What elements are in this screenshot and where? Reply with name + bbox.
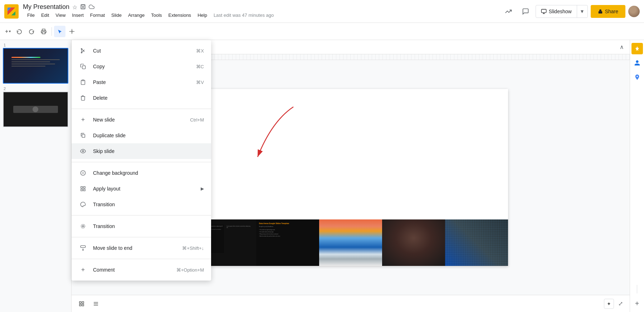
ctx-change-theme[interactable]: Transition — [72, 197, 211, 212]
ctx-move-slide-shortcut: ⌘+Shift+↓ — [182, 246, 204, 251]
zoom-controls: ✦ ⤢ — [604, 299, 625, 309]
redo-button[interactable] — [26, 26, 37, 37]
add-button[interactable]: + ▾ — [3, 26, 13, 37]
svg-rect-8 — [82, 66, 86, 69]
slide-upper-area — [193, 89, 508, 219]
ctx-divider-5 — [72, 259, 211, 259]
svg-point-29 — [636, 76, 638, 77]
menu-bar: File Edit View Insert Format Slide Arran… — [24, 11, 274, 19]
move-slide-icon — [79, 244, 87, 252]
people-btn[interactable] — [631, 57, 643, 69]
svg-point-18 — [82, 226, 84, 227]
ctx-comment[interactable]: + Comment ⌘+Option+M — [72, 262, 211, 278]
ctx-duplicate-label: Duplicate slide — [93, 133, 204, 138]
svg-rect-23 — [82, 302, 84, 303]
svg-rect-9 — [82, 80, 84, 81]
ctx-comment-label: Comment — [93, 267, 176, 273]
menu-view[interactable]: View — [53, 11, 68, 19]
ctx-change-bg-label: Change background — [93, 170, 204, 176]
ctx-new-slide-label: New slide — [93, 117, 190, 123]
slide-thumb-2[interactable]: 2 — [3, 86, 68, 127]
right-panel: + — [630, 40, 644, 312]
menu-insert[interactable]: Insert — [69, 11, 87, 19]
ctx-move-slide[interactable]: Move slide to end ⌘+Shift+↓ — [72, 240, 211, 256]
menu-edit[interactable]: Edit — [38, 11, 52, 19]
slideshow-main-btn[interactable]: Slideshow — [536, 5, 577, 18]
menu-extensions[interactable]: Extensions — [166, 11, 194, 19]
svg-rect-17 — [83, 189, 85, 191]
select-tool[interactable] — [66, 26, 78, 37]
title-section: My Presentation ☆ File Edit View Insert … — [23, 3, 274, 19]
smart-note-btn[interactable] — [631, 43, 643, 54]
bottom-bar: ✦ ⤢ — [72, 295, 630, 312]
ctx-divider-2 — [72, 162, 211, 162]
user-avatar[interactable] — [628, 6, 640, 17]
slideshow-dropdown-btn[interactable]: ▾ — [577, 5, 587, 18]
comment-icon-btn[interactable] — [518, 4, 533, 19]
comment-icon: + — [79, 266, 87, 274]
save-icon[interactable] — [80, 4, 86, 11]
transition-icon — [79, 222, 87, 231]
ctx-new-slide-shortcut: Ctrl+M — [190, 117, 204, 123]
grid-view-btn[interactable] — [76, 298, 87, 309]
ctx-delete-label: Delete — [93, 95, 204, 101]
svg-rect-15 — [83, 187, 85, 188]
svg-rect-22 — [79, 302, 81, 303]
delete-icon — [79, 94, 87, 102]
svg-rect-14 — [81, 187, 83, 188]
star-icon[interactable]: ☆ — [72, 4, 77, 11]
right-panel-add-btn[interactable]: + — [631, 298, 643, 309]
ctx-apply-layout-arrow: ▶ — [201, 186, 204, 191]
list-view-btn[interactable] — [90, 298, 102, 309]
trending-icon-btn[interactable] — [501, 4, 516, 19]
slide-preview-2 — [3, 91, 68, 127]
menu-help[interactable]: Help — [195, 11, 210, 19]
paste-icon — [79, 78, 87, 86]
share-button[interactable]: Share — [591, 5, 625, 18]
cursor-tool[interactable] — [54, 26, 65, 37]
menu-file[interactable]: File — [24, 11, 38, 19]
expand-btn[interactable]: ⤢ — [615, 299, 625, 309]
ctx-skip-label: Skip slide — [93, 148, 204, 154]
ctx-new-slide[interactable]: + New slide Ctrl+M — [72, 112, 211, 128]
tabs-collapse-icon[interactable]: ∧ — [620, 44, 624, 50]
svg-rect-0 — [81, 5, 85, 9]
ctx-divider-3 — [72, 215, 211, 216]
app-logo[interactable] — [4, 4, 19, 19]
ctx-apply-layout[interactable]: Apply layout ▶ — [72, 181, 211, 197]
maps-btn[interactable] — [631, 71, 643, 83]
menu-arrange[interactable]: Arrange — [125, 11, 147, 19]
menu-slide[interactable]: Slide — [108, 11, 125, 19]
ctx-duplicate-slide[interactable]: Duplicate slide — [72, 128, 211, 143]
share-label: Share — [605, 9, 618, 14]
menu-tools[interactable]: Tools — [148, 11, 165, 19]
ctx-move-slide-label: Move slide to end — [93, 245, 182, 251]
ctx-transition[interactable]: Transition — [72, 218, 211, 234]
slide-canvas: Typography Samples Lorem ipsum dolor sit… — [193, 89, 508, 266]
ctx-change-theme-label: Transition — [93, 202, 204, 207]
change-bg-icon — [79, 169, 87, 177]
ctx-cut-label: Cut — [93, 48, 196, 54]
toolbar: + ▾ — [0, 23, 644, 40]
ctx-cut[interactable]: Cut ⌘X — [72, 43, 211, 59]
duplicate-slide-icon — [79, 131, 87, 140]
ctx-comment-shortcut: ⌘+Option+M — [176, 267, 204, 273]
slide-thumb-1[interactable]: 1 — [3, 43, 68, 84]
apply-layout-icon — [79, 184, 87, 193]
copy-icon — [79, 62, 87, 71]
print-button[interactable] — [38, 26, 49, 37]
ctx-skip-slide[interactable]: Skip slide — [72, 143, 211, 159]
ctx-change-background[interactable]: Change background — [72, 165, 211, 181]
context-menu: Cut ⌘X Copy ⌘C Paste ⌘V Delete — [72, 40, 211, 281]
ctx-paste[interactable]: Paste ⌘V — [72, 74, 211, 90]
undo-button[interactable] — [14, 26, 25, 37]
smart-compose-btn[interactable]: ✦ — [604, 299, 614, 309]
strip-slide-3 — [319, 219, 382, 266]
ctx-delete[interactable]: Delete — [72, 90, 211, 106]
svg-rect-10 — [82, 134, 85, 137]
menu-format[interactable]: Format — [87, 11, 108, 19]
cloud-icon[interactable] — [89, 4, 94, 11]
slide-panel: 1 2 — [0, 40, 72, 312]
change-theme-icon — [79, 200, 87, 209]
ctx-copy[interactable]: Copy ⌘C — [72, 59, 211, 74]
